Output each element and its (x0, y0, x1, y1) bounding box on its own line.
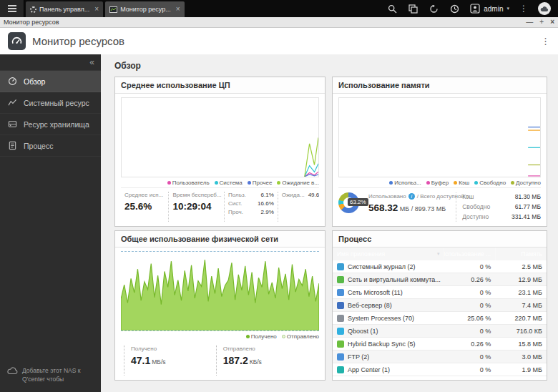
table-row[interactable]: Веб-сервер (8) 0 % 7.4 МБ (333, 299, 547, 312)
cpu-other-stat: Проч.2.9% (228, 209, 274, 215)
process-list-icon (8, 141, 17, 150)
table-row[interactable]: FTP (2) 0 % 3.0 МБ (333, 351, 547, 363)
process-name: FTP (2) (348, 353, 369, 361)
sidebar-collapse-button[interactable]: « (0, 54, 101, 71)
app-icon (337, 263, 344, 270)
qcenter-promo[interactable]: Добавьте этот NAS к Q'center чтобы (0, 361, 101, 392)
table-row[interactable]: Сеть Microsoft (11) 0 % 23.1 МБ (333, 286, 547, 299)
sync-icon[interactable] (429, 4, 439, 14)
info-icon[interactable]: i (408, 193, 415, 200)
memory-stats: 63.2% Использовано i / Всего доступной п… (338, 187, 541, 222)
process-memory: 2.5 МБ (495, 260, 547, 273)
panel-title: Использование памяти (333, 77, 547, 94)
table-row[interactable]: System Processes (70) 25.06 % 220.7 МБ (333, 312, 547, 325)
process-cpu: 0 % (444, 299, 495, 311)
cpu-uptime-value: 10:29:04 (172, 201, 220, 212)
user-menu[interactable]: admin ▾ (470, 4, 509, 14)
legend-dot (277, 181, 280, 185)
app-icon (337, 340, 344, 348)
cpu-user-stat: Польз.6.1% (228, 192, 274, 198)
app-icon (337, 289, 344, 296)
app-icon (337, 302, 344, 309)
app-menu-icon[interactable]: ⋮ (541, 36, 550, 46)
qcenter-promo-text: Добавьте этот NAS к Q'center чтобы (22, 367, 80, 383)
app-icon (337, 328, 344, 335)
stat-label: Получено (131, 346, 213, 352)
storage-icon (8, 119, 17, 129)
network-sent-value: 187.2КБ/s (223, 355, 305, 366)
table-row[interactable]: App Center (1) 0 % 1.9 МБ (333, 363, 547, 376)
legend-item: Кэш (454, 180, 469, 186)
process-memory: 7.4 МБ (495, 299, 547, 311)
tab-close-icon[interactable]: × (176, 6, 180, 13)
memory-usage: Использовано i / Всего доступной п. 568.… (368, 192, 456, 222)
username: admin (484, 5, 503, 13)
tab-resource-monitor[interactable]: Монитор ресур... × (105, 1, 184, 17)
memory-free-stat: Свободно61.77 МБ (462, 203, 541, 210)
table-header[interactable]: Имя приложения▾ Использование ... Память (333, 248, 547, 260)
legend-dot (248, 181, 251, 185)
minimize-button[interactable]: — (526, 19, 533, 26)
chart-icon (8, 98, 17, 107)
process-memory: 15.8 МБ (495, 338, 547, 350)
table-row[interactable]: Сеть и виртуальный коммута... 0.26 % 12.… (333, 273, 547, 286)
search-icon[interactable] (387, 4, 398, 14)
table-row[interactable]: Системный журнал (2) 0 % 2.5 МБ (333, 260, 547, 273)
network-chart (121, 251, 319, 331)
tab-close-icon[interactable]: × (94, 6, 99, 13)
process-cpu: 25.06 % (444, 312, 495, 324)
process-memory: 12.9 МБ (495, 273, 547, 285)
cpu-chart (121, 97, 319, 177)
legend-dot (215, 181, 218, 185)
process-cpu: 0 % (444, 260, 495, 273)
app-header: Монитор ресурсов ⋮ (0, 28, 558, 54)
gear-icon (30, 6, 36, 13)
process-cpu: 0.26 % (444, 273, 495, 285)
table-row[interactable]: Hybrid Backup Sync (5) 0.26 % 15.8 МБ (333, 338, 547, 351)
process-cpu: 0 % (444, 351, 495, 363)
sidebar-item-label: Обзор (24, 77, 45, 86)
panel-title: Общее использование физической сети (115, 231, 325, 248)
process-name: System Processes (70) (348, 315, 414, 322)
app-title: Монитор ресурсов (32, 35, 124, 47)
process-cpu: 0 % (444, 325, 495, 337)
memory-chart (338, 97, 541, 177)
column-cpu-usage[interactable]: Использование ... (444, 248, 495, 260)
gauge-icon (8, 77, 17, 86)
legend-item: Доступно (511, 180, 541, 186)
network-stats: Получено 47.1МБ/s Отправлено 187.2КБ/s (121, 341, 319, 376)
tab-control-panel[interactable]: Панель управл... × (26, 1, 103, 17)
stat-label: Время беспереб... (172, 192, 220, 198)
app-main: « Обзор Системный ресурс Ресурс хранилищ… (0, 54, 558, 392)
app-icon (337, 366, 344, 373)
background-tasks-icon[interactable] (408, 4, 418, 14)
network-sent-stat: Отправлено 187.2КБ/s (216, 346, 305, 376)
app-icon (337, 315, 344, 322)
legend-label: Отправлено (287, 333, 319, 340)
sidebar-item-process[interactable]: Процесс (0, 135, 101, 157)
dashboard-grid: Среднее использование ЦП Пользователь Си… (114, 77, 558, 381)
collapse-chevron-icon: « (89, 57, 94, 67)
more-options-icon[interactable]: ⋮ (519, 4, 528, 14)
sidebar-item-label: Процесс (24, 142, 53, 150)
network-received-value: 47.1МБ/s (131, 355, 213, 366)
legend-label: Получено (251, 333, 277, 340)
app-tabs: Панель управл... × Монитор ресур... × (24, 0, 185, 17)
column-name[interactable]: Имя приложения▾ (333, 248, 444, 260)
process-memory: 716.0 КБ (495, 325, 547, 337)
sidebar-item-overview[interactable]: Обзор (0, 71, 101, 92)
dashboard-cloud-button[interactable] (538, 2, 551, 15)
sidebar-item-storage-resource[interactable]: Ресурс хранилища (0, 114, 101, 135)
main-menu-button[interactable] (0, 0, 24, 17)
maximize-button[interactable]: + (539, 19, 544, 26)
column-memory[interactable]: Память (495, 248, 547, 260)
panel-title: Среднее использование ЦП (115, 77, 325, 94)
process-cpu: 0 % (444, 363, 495, 376)
legend-dot (511, 181, 514, 185)
notifications-clock-icon[interactable] (449, 4, 460, 14)
sidebar-item-system-resource[interactable]: Системный ресурс (0, 92, 101, 114)
sidebar-item-label: Системный ресурс (24, 99, 89, 107)
table-row[interactable]: Qboost (1) 0 % 716.0 КБ (333, 325, 547, 338)
close-button[interactable]: × (550, 19, 554, 26)
tab-label: Панель управл... (39, 6, 89, 13)
